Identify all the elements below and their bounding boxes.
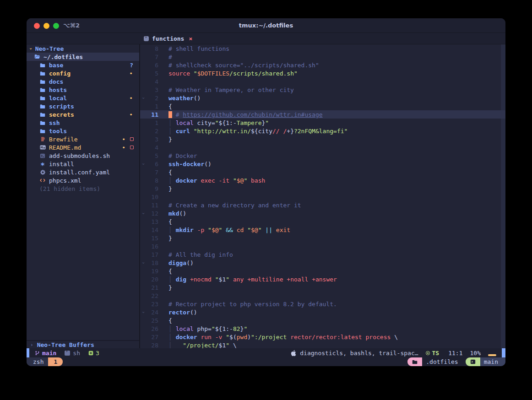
tree-item-install.conf.yaml[interactable]: install.conf.yaml: [27, 168, 139, 176]
tree-item-scripts[interactable]: scripts: [27, 102, 139, 110]
fold-open-icon[interactable]: ›: [140, 310, 147, 315]
code-line-current[interactable]: 11 # https://github.com/chubin/wttr.in#u…: [140, 110, 505, 119]
neotree-header-label: Neo-Tree: [35, 45, 64, 52]
tree-item-docs[interactable]: docs: [27, 77, 139, 86]
line-number: 18: [147, 259, 158, 266]
tree-item-config[interactable]: config•: [27, 69, 139, 77]
code-line[interactable]: 25{: [140, 316, 505, 324]
code-line[interactable]: 5# Docker: [140, 151, 505, 160]
tree-item-local[interactable]: local•: [27, 94, 139, 102]
line-number: 6: [147, 161, 158, 168]
tmux-window-index[interactable]: 1: [48, 357, 63, 366]
code-text: │ docker run -v "$(pwd)":/project rector…: [158, 334, 398, 341]
code-line[interactable]: 21}: [140, 283, 505, 292]
code-text: #: [158, 54, 172, 60]
code-line[interactable]: 19{: [140, 267, 505, 275]
tree-item-brewfile[interactable]: Brewfile•: [27, 135, 139, 143]
tab-functions[interactable]: functions ×: [144, 35, 192, 42]
code-line[interactable]: 8│ docker exec -it "$@" bash: [140, 176, 505, 184]
code-line[interactable]: 4: [140, 143, 505, 151]
chevron-down-icon: ›: [28, 47, 34, 50]
code-line[interactable]: 7{: [140, 168, 505, 176]
line-number: 7: [147, 54, 158, 60]
tree-item-label: install: [49, 161, 74, 168]
line-number: 10: [147, 194, 158, 200]
tree-item-label: phpcs.xml: [49, 177, 81, 184]
code-line[interactable]: 8# shell functions: [140, 44, 505, 53]
code-line[interactable]: 28│ "/project/$1" \: [140, 341, 505, 348]
tree-item-phpcs.xml[interactable]: phpcs.xml: [27, 176, 139, 184]
tmux-session-name[interactable]: zsh: [27, 357, 48, 366]
code-line[interactable]: 5source "$DOTFILES/scripts/shared.sh": [140, 69, 505, 77]
code-line[interactable]: 1{: [140, 102, 505, 110]
folder-icon: [40, 120, 45, 125]
code-line[interactable]: 9}: [140, 184, 505, 193]
tree-item-secrets[interactable]: secrets•: [27, 110, 139, 119]
folder-icon: [40, 104, 45, 109]
code-text: # https://github.com/chubin/wttr.in#usag…: [158, 111, 323, 118]
code-line[interactable]: 3}: [140, 135, 505, 143]
code-line[interactable]: 27│ docker run -v "$(pwd)":/project rect…: [140, 333, 505, 341]
code-line[interactable]: 7#: [140, 53, 505, 61]
code-line[interactable]: ›6ssh-docker(): [140, 160, 505, 168]
tree-item-ssh[interactable]: ssh: [27, 119, 139, 127]
fold-open-icon[interactable]: ›: [140, 162, 147, 167]
fold-open-icon[interactable]: ›: [140, 260, 147, 265]
code-line[interactable]: 23# Rector project to php version 8.2 by…: [140, 300, 505, 308]
neotree-buffers-header[interactable]: › Neo-Tree Buffers: [27, 340, 139, 348]
tree-item-root[interactable]: ~/.dotfiles: [27, 53, 139, 61]
treesitter-status-icon: [426, 351, 430, 355]
tree-item-hosts[interactable]: hosts: [27, 86, 139, 94]
editor-pane[interactable]: 8# shell functions7#6# shellcheck source…: [140, 44, 505, 348]
code-line[interactable]: 20│ dig +nocmd "$1" any +multiline +noal…: [140, 275, 505, 283]
line-number: 5: [147, 152, 158, 159]
git-modified-badge: •: [129, 70, 133, 77]
code-line[interactable]: 1│ local city="${1:-Tampere}": [140, 119, 505, 127]
tree-item-readme.md[interactable]: README.md•: [27, 143, 139, 151]
code-line[interactable]: ›2weather(): [140, 94, 505, 102]
code-line[interactable]: 13{: [140, 217, 505, 226]
code-text: rector(): [158, 309, 197, 316]
code-line[interactable]: 3# Weather in Tampere, or other city: [140, 86, 505, 94]
git-modified-badge: •: [122, 144, 125, 151]
code-line[interactable]: 22: [140, 292, 505, 300]
line-number: 5: [147, 70, 158, 77]
tree-item--21-hidden-items-[interactable]: (21 hidden items): [27, 184, 139, 193]
tree-item-add-submodules.sh[interactable]: add-submodules.sh: [27, 151, 139, 160]
tree-item-install[interactable]: *install: [27, 160, 139, 168]
code-line[interactable]: 4: [140, 77, 505, 86]
fold-open-icon[interactable]: ›: [140, 211, 147, 216]
line-number: 21: [147, 284, 158, 291]
tree-item-base[interactable]: base?: [27, 61, 139, 69]
code-text: {: [158, 169, 172, 176]
tree-item-tools[interactable]: tools: [27, 127, 139, 135]
fold-open-icon[interactable]: ›: [140, 96, 147, 101]
code-line[interactable]: 17# All the dig info: [140, 250, 505, 259]
tree-item-label: Brewfile: [49, 136, 78, 143]
tree-item-label: tools: [49, 128, 67, 135]
code-line[interactable]: 16: [140, 242, 505, 250]
folder-open-icon: [34, 54, 40, 59]
shell-file-icon: [144, 36, 149, 41]
code-line[interactable]: 15}: [140, 234, 505, 242]
code-text: {: [158, 268, 172, 275]
code-line[interactable]: ›18digga(): [140, 259, 505, 267]
code-text: │ "/project/$1" \: [158, 342, 237, 349]
code-text: # Rector project to php version 8.2 by d…: [158, 301, 337, 308]
tab-close-icon[interactable]: ×: [189, 35, 192, 42]
code-line[interactable]: ›12mkd(): [140, 209, 505, 217]
folder-icon: [40, 112, 45, 117]
line-number: 4: [147, 144, 158, 151]
code-line[interactable]: 6# shellcheck source="../scripts/shared.…: [140, 61, 505, 69]
neotree-header[interactable]: › Neo-Tree: [27, 44, 139, 53]
markdown-icon: [40, 145, 46, 150]
code-line[interactable]: 11# Create a new directory and enter it: [140, 201, 505, 209]
line-number: 11: [147, 111, 158, 118]
code-text: {: [158, 103, 172, 110]
line-number: 3: [147, 86, 158, 93]
code-line[interactable]: 26│ local php="${1:-82}": [140, 324, 505, 333]
code-line[interactable]: ›24rector(): [140, 308, 505, 316]
code-line[interactable]: 2│ curl "http://wttr.in/${city// /+}?2nF…: [140, 127, 505, 135]
code-line[interactable]: 10: [140, 193, 505, 201]
code-line[interactable]: 14│ mkdir -p "$@" && cd "$@" || exit: [140, 226, 505, 234]
